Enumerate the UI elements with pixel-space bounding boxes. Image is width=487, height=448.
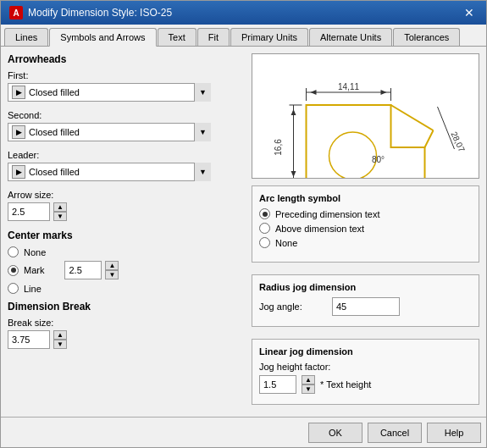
second-arrowhead-group: Second: ▶ Closed filled ▼ [8, 110, 245, 141]
jog-height-input[interactable] [259, 375, 296, 394]
second-label: Second: [8, 110, 245, 120]
second-arrowhead-select[interactable]: ▶ Closed filled [8, 123, 211, 141]
arc-none-label: None [275, 238, 297, 248]
break-size-label: Break size: [8, 318, 245, 328]
second-arrow-dropdown[interactable]: ▼ [194, 123, 211, 141]
window-title: Modify Dimension Style: ISO-25 [28, 7, 172, 19]
first-arrowhead-select[interactable]: ▶ Closed filled [8, 83, 211, 102]
svg-rect-0 [256, 54, 476, 179]
arrow-size-buttons: ▲ ▼ [53, 202, 67, 221]
title-bar-left: A Modify Dimension Style: ISO-25 [9, 6, 172, 19]
break-size-buttons: ▲ ▼ [53, 330, 67, 349]
arc-preceding-label: Preceding dimension text [275, 209, 380, 219]
svg-text:80°: 80° [372, 155, 385, 164]
center-marks-none-item[interactable]: None [8, 246, 245, 257]
close-button[interactable]: ✕ [461, 4, 478, 21]
leader-arrowhead-select[interactable]: ▶ Closed filled [8, 163, 211, 181]
button-bar: OK Cancel Help [1, 417, 486, 447]
jog-height-down[interactable]: ▼ [302, 384, 315, 394]
break-size-spinner: ▲ ▼ [8, 330, 245, 349]
arc-length-section: Arc length symbol Preceding dimension te… [252, 185, 479, 263]
text-height-label: * Text height [320, 379, 371, 390]
center-marks-none-label: None [24, 247, 46, 257]
first-label: First: [8, 70, 245, 80]
break-size-down[interactable]: ▼ [53, 340, 67, 349]
tab-fit[interactable]: Fit [197, 28, 230, 46]
break-size-up[interactable]: ▲ [53, 330, 67, 340]
leader-arrow-dropdown[interactable]: ▼ [194, 163, 211, 181]
arc-none-item[interactable]: None [259, 237, 472, 248]
jog-height-up[interactable]: ▲ [302, 375, 315, 384]
jog-height-row: Jog height factor: [259, 362, 472, 372]
first-arrow-dropdown[interactable]: ▼ [194, 83, 211, 102]
jog-angle-label: Jog angle: [259, 301, 327, 312]
jog-height-buttons: ▲ ▼ [302, 375, 315, 394]
app-icon: A [9, 6, 23, 19]
center-marks-line-label: Line [24, 284, 42, 294]
title-bar: A Modify Dimension Style: ISO-25 ✕ [1, 1, 486, 25]
center-marks-mark-radio[interactable] [8, 265, 19, 276]
jog-height-label: Jog height factor: [259, 362, 330, 372]
leader-select-wrapper: ▶ Closed filled ▼ [8, 163, 211, 181]
center-marks-mark-row: Mark ▲ ▼ [8, 261, 245, 279]
center-marks-line-item[interactable]: Line [8, 283, 245, 294]
arc-length-radio-group: Preceding dimension text Above dimension… [259, 208, 472, 248]
radius-jog-title: Radius jog dimension [259, 282, 472, 292]
linear-jog-title: Linear jog dimension [259, 346, 472, 357]
preview-svg: 14,11 16,6 28,07 R11,17 [252, 54, 479, 179]
center-marks-title: Center marks [8, 230, 245, 241]
center-mark-size-up[interactable]: ▲ [105, 261, 119, 270]
jog-angle-input[interactable] [332, 297, 400, 316]
dimension-break-title: Dimension Break [8, 301, 245, 312]
arrow-size-down[interactable]: ▼ [53, 212, 67, 221]
arrowheads-title: Arrowheads [8, 53, 245, 65]
center-marks-none-radio[interactable] [8, 246, 19, 257]
svg-text:16,6: 16,6 [274, 139, 283, 156]
center-marks-line-radio[interactable] [8, 283, 19, 294]
tab-primary-units[interactable]: Primary Units [230, 28, 308, 46]
arrow-size-group: Arrow size: ▲ ▼ [8, 190, 245, 221]
tab-tolerances[interactable]: Tolerances [393, 28, 460, 46]
linear-jog-section: Linear jog dimension Jog height factor: … [252, 339, 479, 405]
arc-none-radio[interactable] [259, 237, 270, 248]
second-arrowhead-value: Closed filled [29, 127, 80, 137]
dimension-break-section: Dimension Break Break size: ▲ ▼ [8, 301, 245, 349]
arc-above-radio[interactable] [259, 223, 270, 234]
arrow-size-input[interactable] [8, 202, 50, 221]
arc-above-item[interactable]: Above dimension text [259, 223, 472, 234]
arrow-size-label: Arrow size: [8, 190, 245, 200]
preview-box: 14,11 16,6 28,07 R11,17 [252, 53, 479, 179]
second-arrow-icon: ▶ [12, 125, 25, 139]
arc-preceding-radio[interactable] [259, 208, 270, 219]
svg-text:14,11: 14,11 [338, 82, 359, 91]
tab-symbols-arrows[interactable]: Symbols and Arrows [49, 28, 156, 47]
first-select-wrapper: ▶ Closed filled ▼ [8, 83, 211, 102]
arrow-size-up[interactable]: ▲ [53, 202, 67, 212]
arc-preceding-item[interactable]: Preceding dimension text [259, 208, 472, 219]
cancel-button[interactable]: Cancel [368, 423, 422, 443]
tab-text[interactable]: Text [158, 28, 196, 46]
ok-button[interactable]: OK [308, 423, 362, 443]
center-marks-mark-item[interactable]: Mark [8, 265, 44, 276]
main-window: A Modify Dimension Style: ISO-25 ✕ Lines… [0, 0, 487, 448]
first-arrowhead-value: Closed filled [29, 87, 80, 97]
center-mark-size-down[interactable]: ▼ [105, 270, 119, 279]
center-mark-size-input[interactable] [64, 261, 102, 279]
leader-arrowhead-group: Leader: ▶ Closed filled ▼ [8, 150, 245, 181]
first-arrowhead-group: First: ▶ Closed filled ▼ [8, 70, 245, 102]
center-marks-radio-group: None Mark ▲ ▼ [8, 246, 245, 294]
right-panel: 14,11 16,6 28,07 R11,17 [252, 53, 479, 410]
content-area: Arrowheads First: ▶ Closed filled ▼ Seco… [1, 47, 486, 417]
tab-alternate-units[interactable]: Alternate Units [309, 28, 392, 46]
tab-bar: Lines Symbols and Arrows Text Fit Primar… [1, 25, 486, 47]
tab-lines[interactable]: Lines [4, 28, 48, 46]
leader-arrowhead-value: Closed filled [29, 167, 80, 177]
leader-arrow-icon: ▶ [12, 165, 25, 179]
arrow-size-spinner: ▲ ▼ [8, 202, 245, 221]
leader-label: Leader: [8, 150, 245, 160]
center-marks-mark-label: Mark [24, 265, 44, 275]
arc-length-title: Arc length symbol [259, 193, 472, 203]
break-size-input[interactable] [8, 330, 50, 349]
help-button[interactable]: Help [427, 423, 481, 443]
center-mark-size-buttons: ▲ ▼ [105, 261, 119, 279]
